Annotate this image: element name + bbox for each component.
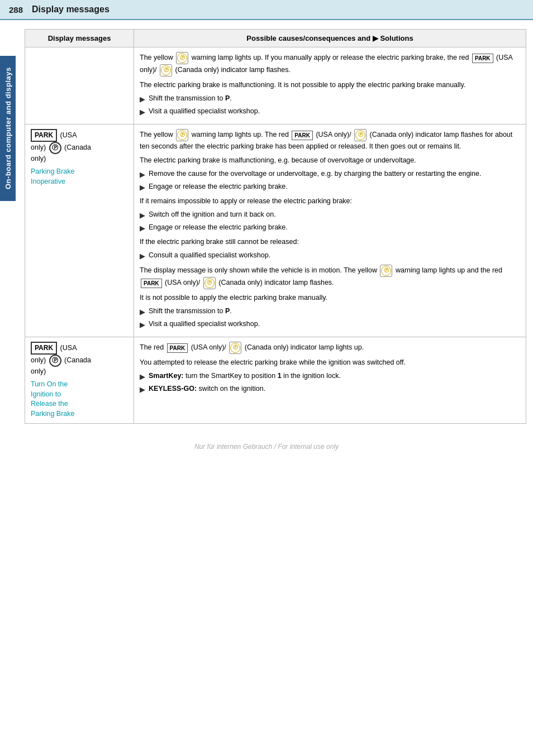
arrow-icon: ▶ bbox=[140, 320, 145, 330]
solution-item: ▶ Visit a qualified specialist workshop. bbox=[140, 319, 520, 330]
solutions-cell-1: The yellow Ⓟ warning lamp lights up. If … bbox=[134, 47, 526, 125]
arrow-icon: ▶ bbox=[140, 385, 145, 395]
p-circle-icon: Ⓟ bbox=[229, 342, 241, 354]
arrow-icon: ▶ bbox=[140, 107, 145, 117]
arrow-icon: ▶ bbox=[140, 94, 145, 104]
page-title: Display messages bbox=[32, 4, 110, 15]
p-circle-badge: Ⓟ bbox=[49, 142, 61, 154]
header-bar: 288 Display messages bbox=[0, 0, 533, 20]
solution-item: ▶ Shift the transmission to P. bbox=[140, 94, 520, 104]
display-msg-cell-1 bbox=[25, 47, 134, 125]
solution-item: ▶ Engage or release the electric parking… bbox=[140, 223, 520, 233]
table-row: The yellow Ⓟ warning lamp lights up. If … bbox=[25, 47, 526, 125]
yellow-warn-lamp-icon: Ⓟ bbox=[176, 52, 188, 64]
yellow-warn-lamp-icon: Ⓟ bbox=[176, 129, 188, 141]
solution-item: ▶ Switch off the ignition and turn it ba… bbox=[140, 210, 520, 221]
sidebar-label: On-board computer and displays bbox=[0, 56, 16, 201]
p-circle-icon: Ⓟ bbox=[203, 277, 216, 289]
p-circle-icon: Ⓟ bbox=[160, 64, 172, 76]
col-header-display-messages: Display messages bbox=[25, 30, 134, 47]
park-badge-inline: PARK bbox=[141, 279, 162, 288]
p-circle-icon: Ⓟ bbox=[354, 129, 367, 141]
arrow-icon: ▶ bbox=[140, 372, 145, 382]
arrow-icon: ▶ bbox=[140, 307, 145, 317]
page-number: 288 bbox=[9, 5, 23, 15]
display-msg-sublabel-2: Parking BrakeInoperative bbox=[31, 168, 75, 185]
yellow-warn-lamp-icon: Ⓟ bbox=[380, 265, 392, 277]
main-content: Display messages Possible causes/consequ… bbox=[18, 20, 533, 433]
park-badge-inline: PARK bbox=[472, 54, 493, 63]
park-badge-inline: PARK bbox=[167, 343, 188, 353]
table-row: PARK (USA only) Ⓟ (Canada only) Turn On … bbox=[25, 337, 526, 424]
solution-item: ▶ Consult a qualified specialist worksho… bbox=[140, 251, 520, 261]
arrow-icon: ▶ bbox=[140, 223, 145, 233]
solutions-cell-2: The yellow Ⓟ warning lamp lights up. The… bbox=[134, 125, 526, 337]
display-msg-cell-3: PARK (USA only) Ⓟ (Canada only) Turn On … bbox=[25, 337, 134, 424]
park-badge-inline: PARK bbox=[292, 131, 313, 140]
solution-item: ▶ Visit a qualified specialist workshop. bbox=[140, 107, 520, 117]
arrow-icon: ▶ bbox=[140, 251, 145, 261]
solution-item: ▶ Engage or release the electric parking… bbox=[140, 182, 520, 193]
table-row: PARK (USA only) Ⓟ (Canada only) Parking … bbox=[25, 125, 526, 337]
solutions-cell-3: The red PARK (USA only)/ Ⓟ (Canada only)… bbox=[134, 337, 526, 424]
p-circle-badge: Ⓟ bbox=[49, 355, 61, 367]
display-msg-sublabel-3: Turn On theIgnition toRelease theParking… bbox=[31, 380, 75, 418]
solution-item: ▶ SmartKey: turn the SmartKey to positio… bbox=[140, 371, 520, 382]
col-header-solutions: Possible causes/consequences and ▶ Solut… bbox=[134, 30, 526, 47]
arrow-icon: ▶ bbox=[140, 183, 145, 193]
solution-item: ▶ KEYLESS-GO: switch on the ignition. bbox=[140, 384, 520, 395]
solution-item: ▶ Shift the transmission to P. bbox=[140, 307, 520, 317]
park-badge: PARK bbox=[31, 129, 57, 142]
display-messages-table: Display messages Possible causes/consequ… bbox=[25, 29, 526, 424]
display-msg-cell-2: PARK (USA only) Ⓟ (Canada only) Parking … bbox=[25, 125, 134, 337]
footer: Nur für internen Gebrauch / For internal… bbox=[0, 433, 533, 455]
solution-item: ▶ Remove the cause for the overvoltage o… bbox=[140, 169, 520, 180]
park-badge: PARK bbox=[31, 342, 57, 355]
arrow-icon: ▶ bbox=[140, 210, 145, 221]
arrow-icon: ▶ bbox=[140, 170, 145, 180]
